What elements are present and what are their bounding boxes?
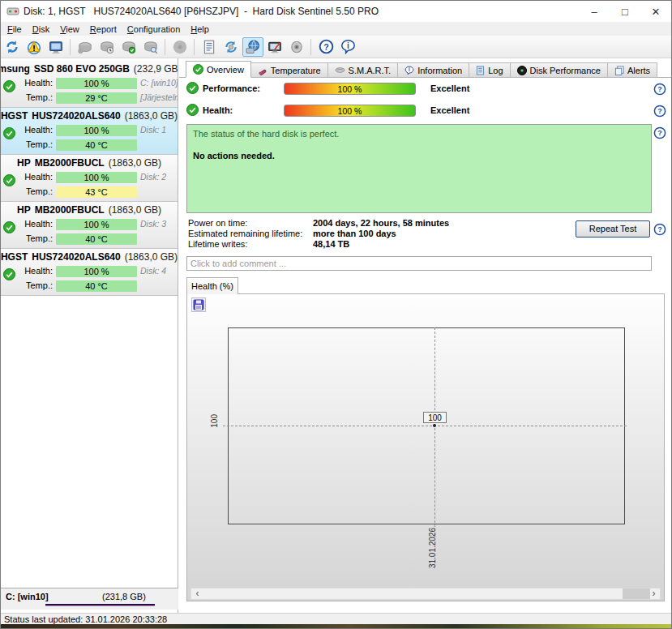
temp-bar-warning: 43 °C	[56, 186, 137, 198]
status-text: The status of the hard disk is perfect.	[193, 129, 645, 139]
disk-note: Disk: 3	[140, 219, 178, 229]
svg-text:i: i	[347, 41, 349, 50]
health-label: Health:	[7, 78, 53, 88]
temp-bar: 40 °C	[56, 280, 137, 292]
chart-horizontal-scrollbar[interactable]: ‹ ›	[190, 588, 661, 600]
minimize-button[interactable]: –	[579, 1, 610, 22]
status-help-icon[interactable]: ?	[653, 126, 666, 139]
menu-help[interactable]: Help	[187, 24, 216, 35]
y-axis-tick: 100	[210, 414, 219, 428]
disk-item-hp-2[interactable]: HP MB2000FBUCL (1863,0 GB) Health: 100 %…	[1, 155, 178, 202]
health-ok-icon	[186, 104, 199, 116]
status-bar: Status last updated: 31.01.2026 20:33:28	[1, 613, 671, 624]
tab-health-chart[interactable]: Health (%)	[186, 277, 238, 294]
disk-offline-icon[interactable]	[75, 37, 96, 57]
health-rating: Excellent	[430, 105, 469, 115]
tab-smart[interactable]: S.M.A.R.T.	[328, 62, 399, 78]
window-title: Disk: 1, HGST HUS724020ALS640 [P6HSZJPV]…	[24, 6, 379, 17]
disk-accept-icon[interactable]	[118, 37, 139, 57]
performance-row: Performance: 100 % Excellent	[186, 82, 469, 95]
lifetime-writes-row: Lifetime writes:48,14 TB	[188, 239, 349, 250]
disk-title: HGST HUS724020ALS640 (1863,0 GB)	[2, 110, 176, 123]
temp-label: Temp.:	[7, 139, 53, 149]
health-label: Health:	[7, 125, 53, 135]
tab-information[interactable]: i Information	[398, 62, 469, 78]
disk-item-hgst-4[interactable]: HGST HUS724020ALS640 (1863,0 GB) Health:…	[1, 249, 178, 296]
temp-bar: 29 °C	[56, 92, 137, 104]
disk-platter-icon	[517, 66, 527, 75]
chart-gridline-horizontal	[223, 426, 627, 426]
log-icon	[476, 66, 485, 75]
disk-item-hp-3[interactable]: HP MB2000FBUCL (1863,0 GB) Health: 100 %…	[1, 202, 178, 249]
health-bar: 100 %	[56, 266, 137, 277]
alert-settings-icon[interactable]	[24, 37, 45, 57]
disk-title: HGST HUS724020ALS640 (1863,0 GB)	[2, 251, 176, 264]
scroll-right-icon[interactable]: ›	[648, 588, 660, 599]
menu-disk[interactable]: Disk	[29, 24, 57, 35]
report-document-icon[interactable]	[199, 37, 220, 57]
sync-icon[interactable]	[220, 37, 242, 57]
health-help-icon[interactable]: ?	[653, 105, 666, 118]
performance-ok-icon	[186, 82, 199, 94]
comment-input[interactable]	[186, 256, 652, 271]
disk-search-icon[interactable]	[140, 37, 161, 57]
network-status-icon[interactable]	[242, 37, 263, 57]
alerts-pages-icon	[614, 66, 624, 75]
close-button[interactable]: ✕	[640, 1, 671, 22]
scroll-left-icon[interactable]: ‹	[191, 588, 203, 599]
tab-alerts[interactable]: Alerts	[608, 62, 657, 78]
menu-file[interactable]: File	[4, 24, 29, 35]
performance-rating: Excellent	[430, 83, 469, 93]
partition-size: (231,8 GB)	[102, 592, 146, 601]
maximize-button[interactable]: □	[610, 1, 640, 22]
data-point-marker	[433, 424, 436, 427]
help-icon[interactable]: ?	[315, 37, 336, 57]
remote-monitor-icon[interactable]	[264, 37, 285, 57]
temp-bar: 40 °C	[56, 139, 137, 151]
remaining-lifetime-row: Estimated remaining lifetime:more than 1…	[188, 229, 396, 239]
surface-test-icon[interactable]	[169, 37, 190, 57]
status-bar-text: Status last updated: 31.01.2026 20:33:28	[4, 614, 167, 624]
partition-name: C: [win10]	[6, 592, 49, 601]
health-chart-panel: 100 100 31.01.2026 ‹ ›	[186, 293, 665, 601]
temp-label: Temp.:	[7, 186, 53, 196]
power-on-time-row: Power on time:2004 days, 22 hours, 58 mi…	[188, 218, 449, 229]
disk-note: [Järjestelmän	[140, 92, 178, 102]
tab-bar: Overview Temperature S.M.A.R.T. i Inform…	[186, 61, 657, 78]
tab-disk-performance[interactable]: Disk Performance	[511, 62, 608, 78]
performance-help-icon[interactable]: ?	[653, 83, 666, 96]
scrollbar-thumb[interactable]	[623, 588, 650, 599]
health-row: Health: 100 % Excellent	[186, 104, 469, 117]
disk-note: C: [win10],	[140, 78, 178, 88]
menu-configuration[interactable]: Configuration	[124, 24, 187, 35]
temp-label: Temp.:	[7, 233, 53, 243]
app-icon	[6, 5, 19, 18]
temp-label: Temp.:	[7, 280, 53, 290]
sound-icon[interactable]	[286, 37, 307, 57]
refresh-icon[interactable]	[2, 37, 23, 57]
tab-temperature[interactable]: Temperature	[251, 62, 328, 78]
partition-panel[interactable]: C: [win10] (231,8 GB)	[1, 588, 178, 610]
tab-log[interactable]: Log	[469, 62, 510, 78]
disk-title: HP MB2000FBUCL (1863,0 GB)	[2, 204, 176, 217]
overview-check-icon	[193, 64, 203, 75]
disk-note: Disk: 2	[140, 172, 178, 182]
tab-overview[interactable]: Overview	[186, 61, 251, 78]
save-chart-icon[interactable]	[191, 297, 206, 312]
hard-disk-sentinel-window: Disk: 1, HGST HUS724020ALS640 [P6HSZJPV]…	[0, 0, 672, 629]
info-icon[interactable]: i	[337, 37, 358, 57]
svg-text:?: ?	[657, 107, 662, 115]
health-gauge: 100 %	[284, 105, 416, 117]
repeat-test-button[interactable]: Repeat Test	[576, 220, 650, 237]
health-bar: 100 %	[56, 125, 137, 136]
disk-clock-icon[interactable]	[96, 37, 118, 57]
disk-item-samsung-ssd[interactable]: Samsung SSD 860 EVO 250GB (232,9 GB) D H…	[1, 61, 178, 108]
menu-view[interactable]: View	[57, 24, 87, 35]
repeat-test-help-icon[interactable]: ?	[653, 223, 666, 236]
disk-item-hgst-1[interactable]: HGST HUS724020ALS640 (1863,0 GB) Health:…	[1, 108, 178, 155]
health-label: Health:	[203, 105, 284, 115]
data-point-label: 100	[423, 412, 447, 423]
report-monitor-icon[interactable]	[45, 37, 66, 57]
performance-label: Performance:	[203, 83, 284, 93]
menu-report[interactable]: Report	[87, 24, 124, 35]
